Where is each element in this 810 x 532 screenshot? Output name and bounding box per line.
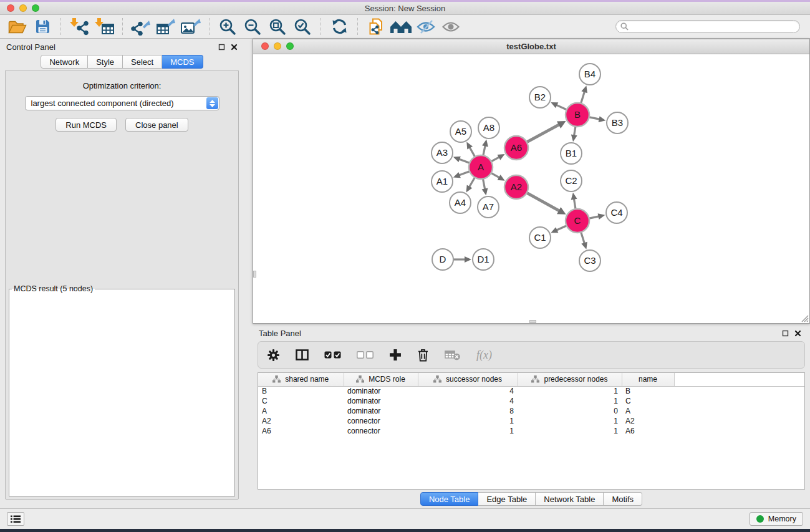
main-toolbar (0, 15, 810, 39)
tab-motifs[interactable]: Motifs (604, 492, 642, 506)
network-minimize-button[interactable] (274, 42, 281, 50)
graph-node-label: A (478, 162, 484, 172)
network-close-button[interactable] (261, 42, 269, 50)
network-window-controls (261, 42, 294, 50)
table-cell: 1 (518, 426, 622, 436)
graph-edge-A6-B[interactable] (526, 124, 560, 143)
node-table: shared nameMCDS rolesuccessor nodesprede… (258, 373, 804, 436)
table-cell-filler (674, 406, 804, 416)
columns-icon (296, 349, 309, 360)
table-settings-button[interactable] (267, 349, 280, 362)
search-input[interactable] (632, 22, 795, 31)
table-cell: A6 (258, 426, 344, 436)
show-graphics-details-button[interactable] (438, 16, 463, 37)
column-header[interactable]: shared name (258, 373, 344, 386)
graph-edge-arrowhead (465, 256, 471, 263)
export-network-button[interactable] (128, 16, 153, 37)
refresh-button[interactable] (327, 16, 352, 37)
deselect-all-rows-button[interactable] (357, 351, 374, 359)
table-cell: 0 (518, 406, 622, 416)
column-header-filler (674, 373, 804, 386)
open-session-button[interactable] (5, 16, 30, 37)
save-session-button[interactable] (30, 16, 55, 37)
export-image-button[interactable] (178, 16, 203, 37)
memory-button[interactable]: Memory (750, 512, 803, 526)
table-cell: 8 (418, 406, 518, 416)
task-history-button[interactable] (7, 512, 24, 526)
control-panel-title: Control Panel (6, 42, 55, 52)
run-mcds-button[interactable]: Run MCDS (55, 118, 117, 132)
zoom-out-button[interactable] (240, 16, 265, 37)
zoom-window-button[interactable] (32, 4, 39, 12)
tab-node-table[interactable]: Node Table (420, 492, 479, 506)
zoom-in-button[interactable] (215, 16, 240, 37)
table-row[interactable]: A2connector11A2 (258, 416, 804, 426)
network-canvas[interactable]: B4B2BB3A8A5A6A3B1AA1C2A2A4A7C4CC1C3DD1 (253, 54, 809, 323)
mcds-result-box: MCDS result (5 nodes) A2ABCA6 (9, 284, 235, 496)
table-row[interactable]: Cdominator41C (258, 396, 804, 406)
graph-edge-arrowhead (581, 85, 587, 93)
float-panel-icon[interactable] (782, 330, 789, 337)
table-cell-filler (674, 386, 804, 396)
column-header[interactable]: predecessor nodes (518, 373, 622, 386)
clone-network-icon (367, 18, 385, 36)
tab-network-table[interactable]: Network Table (536, 492, 604, 506)
table-row[interactable]: Adominator80A (258, 406, 804, 416)
graph-edge-B-B4[interactable] (581, 91, 585, 105)
delete-column-button[interactable] (417, 348, 429, 362)
resize-grip-icon[interactable] (800, 314, 809, 322)
status-bar: Memory (0, 508, 810, 529)
network-vertical-scroll-thumb[interactable] (253, 271, 256, 278)
mcds-result-title: MCDS result (5 nodes) (12, 284, 95, 293)
column-header[interactable]: MCDS role (344, 373, 418, 386)
select-all-rows-button[interactable] (324, 351, 341, 359)
graph-edge-A2-C[interactable] (526, 192, 560, 211)
export-table-button[interactable] (153, 16, 178, 37)
table-cell-filler (674, 396, 804, 406)
graph-node-label: A2 (511, 181, 522, 192)
network-horizontal-scroll-thumb[interactable] (529, 320, 536, 323)
column-header[interactable]: name (622, 373, 674, 386)
clone-network-button[interactable] (364, 16, 388, 37)
tab-select[interactable]: Select (123, 55, 162, 69)
graph-edge-C-C3[interactable] (581, 231, 585, 244)
show-columns-button[interactable] (296, 349, 309, 360)
delete-table-button[interactable] (445, 350, 461, 360)
table-toolbar: f(x) (258, 341, 805, 369)
table-row[interactable]: A6connector11A6 (258, 426, 804, 436)
app-titlebar: Session: New Session (0, 2, 810, 15)
network-zoom-button[interactable] (286, 42, 294, 50)
graph-node-label: D (440, 254, 446, 264)
zoom-selected-button[interactable] (290, 16, 315, 37)
column-header[interactable]: successor nodes (418, 373, 518, 386)
refresh-icon (331, 18, 348, 35)
table-cell: A (258, 406, 344, 416)
import-table-button[interactable] (92, 16, 117, 37)
table-row[interactable]: Bdominator41B (258, 386, 804, 396)
close-window-button[interactable] (7, 4, 14, 12)
tab-network[interactable]: Network (41, 55, 88, 69)
close-panel-icon[interactable] (231, 44, 238, 51)
tab-edge-table[interactable]: Edge Table (478, 492, 536, 506)
column-header-label: name (639, 375, 657, 384)
table-cell: A (622, 406, 674, 416)
function-builder-button[interactable]: f(x) (476, 349, 492, 362)
optimization-criterion-select[interactable]: largest connected component (directed) (25, 96, 219, 110)
zoom-fit-button[interactable] (265, 16, 290, 37)
hide-graphics-details-button[interactable] (413, 16, 438, 37)
control-panel: Control Panel Network Style Select MCDS … (0, 39, 244, 508)
import-network-button[interactable] (67, 16, 92, 37)
app-title: Session: New Session (0, 4, 810, 13)
tab-mcds[interactable]: MCDS (162, 55, 203, 69)
close-panel-button[interactable]: Close panel (125, 118, 188, 132)
create-column-button[interactable] (389, 349, 402, 361)
close-panel-icon[interactable] (794, 330, 801, 337)
network-overview-button[interactable] (388, 16, 413, 37)
table-cell-filler (674, 416, 804, 426)
search-icon (620, 22, 629, 31)
float-panel-icon[interactable] (218, 44, 225, 51)
table-cell: dominator (344, 396, 418, 406)
tab-style[interactable]: Style (88, 55, 123, 69)
minimize-window-button[interactable] (19, 4, 27, 12)
trash-icon (417, 348, 429, 362)
